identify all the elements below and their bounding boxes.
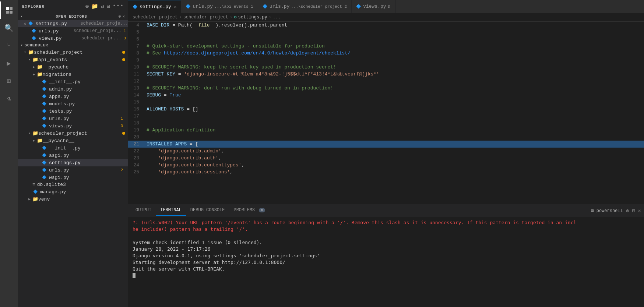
new-folder-icon[interactable]: 📁 (91, 3, 99, 10)
folder-icon-4: 📁 (37, 71, 43, 77)
tree-file-models[interactable]: 🔷 models.py (18, 100, 128, 107)
problems-badge: 6 (259, 208, 265, 212)
tree-folder-pycache-1[interactable]: ▶ 📁 __pycache__ (18, 63, 128, 71)
tree-file-wsgi[interactable]: 🔷 wsgi.py (18, 174, 128, 181)
tab-close-settings[interactable]: ✕ (174, 4, 177, 9)
close-settings-icon[interactable]: ✕ (24, 21, 26, 27)
tree-file-init-2[interactable]: 🔷 __init__.py (18, 144, 128, 152)
tree-file-init-1[interactable]: 🔷 __init__.py (18, 78, 128, 85)
tree-folder-venv[interactable]: ▶ 📁 venv (18, 195, 128, 203)
collapse-all-icon[interactable]: ⊟ (107, 3, 110, 10)
code-line-4: 4 BASE_DIR = Path(__file__).resolve().pa… (128, 22, 644, 29)
tree-file-views-api[interactable]: 🔷 views.py 3 (18, 122, 128, 130)
tree-file-db[interactable]: ≡ db.sqlite3 (18, 181, 128, 188)
tab-urls-api[interactable]: 🔷 urls.py ...\api_events 1 (181, 0, 258, 13)
source-control-icon[interactable]: ⑂ (0, 37, 18, 54)
python-file-icon-3: 🔷 (31, 35, 37, 41)
modified-dot (122, 51, 125, 54)
sidebar-header: EXPLORER ⊕ 📁 ↺ ⊟ ••• (18, 0, 128, 13)
tree-file-admin[interactable]: 🔷 admin.py (18, 85, 128, 93)
py-icon-13: 🔷 (32, 189, 38, 195)
sidebar: EXPLORER ⊕ 📁 ↺ ⊟ ••• ▾ OPEN EDITORS ⊙ ✕ … (18, 0, 128, 307)
search-icon[interactable]: 🔍 (0, 19, 18, 37)
testing-icon[interactable]: ⚗ (0, 90, 18, 107)
code-line-13: 13 # SECURITY WARNING: don't run with de… (128, 85, 644, 92)
run-debug-icon[interactable]: ▶ (0, 54, 18, 72)
db-icon: ≡ (32, 182, 35, 187)
tab-problems[interactable]: PROBLEMS 6 (229, 205, 269, 216)
tree-file-urls-api[interactable]: 🔷 urls.py 1 (18, 115, 128, 122)
tree-folder-pycache-2[interactable]: ▶ 📁 __pycache__ (18, 137, 128, 144)
open-editors-header[interactable]: ▾ OPEN EDITORS ⊙ ✕ (18, 13, 128, 20)
new-file-icon[interactable]: ⊕ (85, 3, 89, 10)
explorer-icon[interactable] (0, 1, 18, 19)
folder-icon-7: 📁 (32, 196, 38, 202)
breadcrumb-sep-2: › (230, 15, 232, 20)
tab-output[interactable]: OUTPUT (131, 205, 156, 216)
py-icon-4: 🔷 (41, 101, 47, 107)
open-editor-views-py[interactable]: 🔷 views.py scheduler_pr... 3 (18, 35, 128, 42)
py-icon-11: 🔷 (41, 167, 47, 173)
svg-rect-2 (6, 11, 9, 14)
py-icon-8: 🔷 (41, 145, 47, 151)
code-line-25: 25 'django.contrib.sessions', (128, 169, 644, 176)
close-terminal-icon[interactable]: ✕ (638, 208, 641, 214)
tree-folder-api-events[interactable]: ▾ 📁 api_events (18, 56, 128, 63)
tree-file-urls-scheduler[interactable]: 🔷 urls.py 2 (18, 166, 128, 174)
tree-file-tests[interactable]: 🔷 tests.py (18, 107, 128, 115)
terminal-tabs-bar: OUTPUT TERMINAL DEBUG CONSOLE PROBLEMS 6… (128, 204, 644, 217)
save-all-icon[interactable]: ⊙ (119, 14, 121, 19)
breadcrumb-part-2[interactable]: scheduler_project (183, 15, 228, 20)
py-icon-9: 🔷 (41, 152, 47, 158)
file-tree: ▾ SCHEDULER ▾ 📁 scheduler_project ▾ 📁 ap… (18, 42, 128, 203)
tree-folder-migrations[interactable]: ▶ 📁 migrations (18, 71, 128, 78)
code-line-20: 20 (128, 134, 644, 141)
extensions-icon[interactable]: ⊞ (0, 72, 18, 90)
term-line-1: ?: (urls.W002) Your URL pattern '/events… (133, 219, 640, 226)
terminal-output[interactable]: ?: (urls.W002) Your URL pattern '/events… (128, 217, 644, 307)
sidebar-title: EXPLORER (22, 4, 45, 9)
tab-debug-console[interactable]: DEBUG CONSOLE (186, 205, 229, 216)
scheduler-tree-header[interactable]: ▾ SCHEDULER (18, 42, 128, 49)
open-editor-urls-py-1[interactable]: 🔷 urls.py scheduler_proje... 1 (18, 27, 128, 35)
tree-file-settings[interactable]: 🔷 settings.py (18, 159, 128, 166)
breadcrumb-current[interactable]: settings.py (238, 15, 267, 20)
tab-py-icon-2: 🔷 (186, 4, 191, 9)
editor-area[interactable]: 4 BASE_DIR = Path(__file__).resolve().pa… (128, 22, 644, 204)
svg-rect-1 (10, 7, 13, 10)
more-options-icon[interactable]: ••• (113, 3, 124, 10)
tree-file-manage[interactable]: 🔷 manage.py (18, 188, 128, 195)
breadcrumb-part-1[interactable]: scheduler_project (133, 15, 177, 20)
code-line-16: 16 ALLOWED_HOSTS = [] (128, 106, 644, 113)
tab-views[interactable]: 🔷 views.py 3 (352, 0, 396, 13)
code-line-5: 5 (128, 29, 644, 36)
terminal-actions: ⊞ powershell ⊕ ⊟ ✕ (591, 208, 641, 214)
tree-folder-scheduler-project[interactable]: ▾ 📁 scheduler_project (18, 49, 128, 56)
open-editors-section: ▾ OPEN EDITORS ⊙ ✕ ✕ 🔷 settings.py sched… (18, 13, 128, 42)
py-icon: 🔷 (41, 79, 47, 85)
code-line-10: 10 # SECURITY WARNING: keep the secret k… (128, 64, 644, 71)
tab-py-icon-4: 🔷 (356, 4, 361, 9)
code-line-21: 21 INSTALLED_APPS = [ (128, 141, 644, 148)
powershell-label: ⊞ powershell (591, 208, 623, 214)
tab-urls-scheduler[interactable]: 🔷 urls.py ...\scheduler_project 2 (258, 0, 352, 13)
new-terminal-icon[interactable]: ⊕ (626, 208, 629, 214)
close-all-icon[interactable]: ✕ (123, 14, 125, 19)
breadcrumb-dots[interactable]: ... (273, 15, 281, 20)
open-editor-settings-py[interactable]: ✕ 🔷 settings.py scheduler_proje... (18, 20, 128, 27)
refresh-icon[interactable]: ↺ (101, 3, 105, 10)
breadcrumb-sep-1: › (179, 15, 182, 20)
py-icon-7: 🔷 (41, 123, 47, 129)
code-line-7: 7 # Quick-start development settings - u… (128, 43, 644, 50)
tree-folder-scheduler-project-2[interactable]: ▾ 📁 scheduler_project (18, 130, 128, 137)
tab-settings-py[interactable]: 🔷 settings.py ✕ (128, 0, 181, 13)
py-icon-3: 🔷 (41, 93, 47, 99)
py-icon-10: 🔷 (41, 160, 47, 166)
python-file-icon-2: 🔷 (31, 28, 37, 34)
svg-rect-0 (6, 7, 9, 10)
tree-file-asgi[interactable]: 🔷 asgi.py (18, 152, 128, 159)
tree-file-apps[interactable]: 🔷 apps.py (18, 93, 128, 100)
tab-terminal[interactable]: TERMINAL (156, 205, 186, 216)
split-terminal-icon[interactable]: ⊟ (632, 208, 635, 214)
breadcrumb-gear-icon: ⚙ (234, 14, 236, 20)
